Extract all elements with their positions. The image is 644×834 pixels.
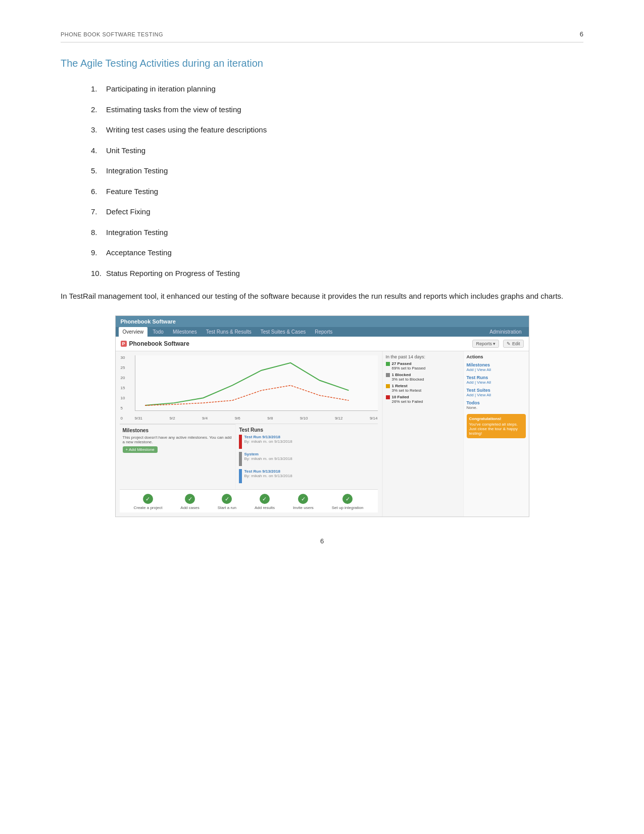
stat-passed-color [386,362,390,366]
action-testruns: Test Runs Add | View All [467,375,526,385]
testrun-info-2: System By: mikah m. on 9/13/2018 [244,452,292,461]
testrun-color-1 [239,435,242,449]
list-num: 6. [91,186,106,198]
app-topbar: Phonebook Software [116,316,529,327]
testrun-color-2 [239,452,242,466]
project-header: P Phonebook Software Reports ▾ ✎ Edit [116,337,529,351]
testruns-section: Test Runs Test Run 9/13/2018 By: mikah m… [235,424,377,489]
chart-svg [135,355,378,410]
project-actions: Reports ▾ ✎ Edit [472,340,523,348]
list-text: Integration Testing [106,165,168,177]
wizard-check-icon: ✓ [185,494,195,504]
testrun-info-1: Test Run 9/13/2018 By: mikah m. on 9/13/… [244,435,292,444]
header-title: PHONE BOOK SOFTWARE TESTING [61,31,163,37]
list-text: Participating in iteration planning [106,83,216,95]
wizard-step-addresults: ✓ Add results [255,494,275,510]
stats-panel: In the past 14 days: 27 Passed 69% set t… [382,351,463,517]
nav-tab-milestones[interactable]: Milestones [169,327,201,337]
list-num: 8. [91,227,106,239]
page-header: PHONE BOOK SOFTWARE TESTING 6 [61,30,583,42]
nav-tab-reports[interactable]: Reports [311,327,336,337]
stat-blocked-color [386,373,390,377]
main-content: 30 25 20 15 10 5 0 [116,351,529,517]
app-title: Phonebook Software [121,318,176,325]
wizard-check-icon: ✓ [143,494,153,504]
add-milestone-button[interactable]: + Add Milestone [123,446,158,453]
wizard-check-icon: ✓ [260,494,270,504]
list-item: 1. Participating in iteration planning [91,83,583,95]
list-num: 4. [91,145,106,157]
list-num: 5. [91,165,106,177]
wizard-step-addcases: ✓ Add cases [180,494,199,510]
screenshot: Phonebook Software Overview Todo Milesto… [115,315,529,517]
stat-retest: 1 Retest 3% set to Retest [386,384,460,393]
list-item: 9. Acceptance Testing [91,247,583,259]
list-item: 5. Integration Testing [91,165,583,177]
action-todos: Todos None. [467,400,526,410]
list-num: 7. [91,206,106,218]
list-item: 10. Status Reporting on Progress of Test… [91,268,583,280]
wizard-step-startrun: ✓ Start a run [218,494,236,510]
numbered-list: 1. Participating in iteration planning 2… [61,83,583,279]
header-page-number: 6 [580,30,583,38]
stat-passed: 27 Passed 69% set to Passed [386,361,460,370]
stat-failed-color [386,395,390,399]
wizard-check-icon: ✓ [222,494,232,504]
wizard-bar: ✓ Create a project ✓ Add cases ✓ Start a… [120,489,378,513]
list-text: Status Reporting on Progress of Testing [106,268,240,280]
list-item: 4. Unit Testing [91,145,583,157]
wizard-step-create: ✓ Create a project [133,494,162,510]
wizard-check-icon: ✓ [342,494,353,504]
chart-area [135,355,378,411]
list-item: 7. Defect Fixing [91,206,583,218]
chart-x-axis: 9/31 9/2 9/4 9/6 9/8 9/10 9/12 9/14 [135,416,378,421]
milestone-text: This project doesn't have any active mil… [123,435,233,444]
list-text: Integration Testing [106,227,168,239]
nav-tab-overview[interactable]: Overview [119,327,148,337]
congrats-text: You've completed all steps. Just close t… [469,422,523,436]
list-item: 8. Integration Testing [91,227,583,239]
testrun-item: Test Run 9/13/2018 By: mikah m. on 9/13/… [239,435,374,449]
project-title: Phonebook Software [129,340,189,347]
milestones-label: Milestones [123,428,233,433]
action-milestones: Milestones Add | View All [467,362,526,372]
action-testsuites: Test Suites Add | View All [467,388,526,397]
nav-tab-testruns[interactable]: Test Runs & Results [202,327,256,337]
footer-page-number: 6 [61,537,583,545]
congrats-title: Congratulations! [469,416,523,421]
list-num: 2. [91,104,106,116]
project-icon: P [121,341,127,347]
list-text: Estimating tasks from the view of testin… [106,104,241,116]
testrun-color-3 [239,469,242,483]
stat-blocked: 1 Blocked 3% set to Blocked [386,373,460,382]
nav-tab-admin[interactable]: Administration [485,327,525,337]
chart-y-axis: 30 25 20 15 10 5 0 [121,355,125,421]
actions-label: Actions [467,354,526,359]
list-item: 6. Feature Testing [91,186,583,198]
list-num: 10. [91,268,106,280]
list-text: Feature Testing [106,186,158,198]
wizard-step-inviteusers: ✓ Invite users [293,494,314,510]
nav-tab-testsuites[interactable]: Test Suites & Cases [257,327,310,337]
nav-tab-todo[interactable]: Todo [148,327,168,337]
edit-button[interactable]: ✎ Edit [503,340,523,348]
testrun-item: System By: mikah m. on 9/13/2018 [239,452,374,466]
body-paragraph: In TestRail management tool, it enhanced… [61,289,583,303]
list-num: 1. [91,83,106,95]
actions-panel: Actions Milestones Add | View All Test R… [463,351,529,517]
milestones-section: Milestones This project doesn't have any… [120,424,236,489]
app-navbar[interactable]: Overview Todo Milestones Test Runs & Res… [116,327,529,337]
list-text: Acceptance Testing [106,247,172,259]
stat-failed: 10 Failed 26% set to Failed [386,395,460,404]
list-num: 9. [91,247,106,259]
wizard-check-icon: ✓ [298,494,308,504]
list-text: Unit Testing [106,145,145,157]
list-text: Defect Fixing [106,206,151,218]
testrun-item: Test Run 9/13/2018 By: mikah m. on 9/13/… [239,469,374,483]
testruns-label: Test Runs [239,427,374,433]
congrats-box: Congratulations! You've completed all st… [467,414,526,438]
list-num: 3. [91,124,106,136]
section-heading: The Agile Testing Activities during an i… [61,58,583,69]
testrun-info-3: Test Run 9/13/2018 By: mikah m. on 9/13/… [244,469,292,478]
reports-button[interactable]: Reports ▾ [472,340,499,348]
